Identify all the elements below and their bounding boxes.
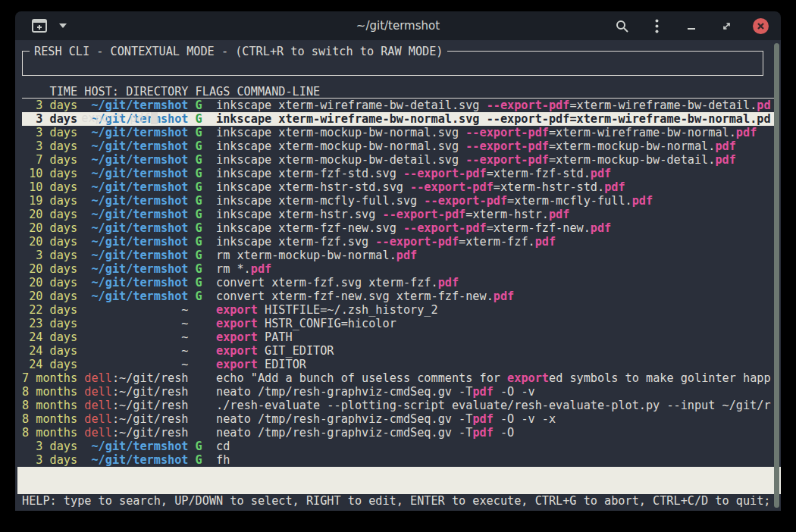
history-row[interactable]: 8 months dell:~/git/resh neato /tmp/resh… [22,412,776,426]
help-bar: HELP: type to search, UP/DOWN to select,… [22,494,780,508]
history-row[interactable]: 20 days ~/git/termshot G inkscape xterm-… [22,221,776,235]
history-row[interactable]: 8 months dell:~/git/resh ./resh-evaluate… [22,399,776,412]
selected-command-detail: 2020-05-07 17:17:28 tower:~/git/termshot… [17,467,781,494]
menu-kebab-icon[interactable] [648,17,665,34]
close-button[interactable] [753,18,769,34]
history-row[interactable]: 7 months dell:~/git/resh echo "Add a bun… [22,371,776,385]
history-row[interactable]: 20 days ~/git/termshot G inkscape xterm-… [22,235,776,249]
screen-background: { "window": { "title": "~/git/termshot" … [0,0,796,532]
history-row[interactable]: 8 months dell:~/git/resh neato /tmp/resh… [22,426,776,440]
history-row[interactable]: 23 days ~ export HSTR_CONFIG=hicolor [22,317,776,330]
minimize-button[interactable] [683,17,700,34]
history-row[interactable]: 20 days ~/git/termshot G convert xterm-f… [22,289,776,303]
history-row[interactable]: 24 days ~ export GIT_EDITOR [22,344,776,358]
new-tab-button[interactable] [32,19,47,33]
restore-button[interactable] [718,17,735,34]
scrollbar[interactable] [773,42,780,509]
text-cursor [151,112,158,124]
history-row[interactable]: 10 days ~/git/termshot G inkscape xterm-… [22,167,776,180]
history-row[interactable]: 22 days ~ export HISTFILE=~/.zsh_history… [22,303,776,317]
history-row[interactable]: 20 days ~/git/termshot G convert xterm-f… [22,276,776,289]
history-row[interactable]: 3 days ~/git/termshot G cd [22,440,776,453]
search-query-input[interactable]: export pdf [81,111,150,125]
search-icon[interactable] [613,17,630,34]
history-row[interactable]: 19 days ~/git/termshot G inkscape xterm-… [22,194,776,208]
scrollbar-thumb[interactable] [774,43,779,508]
new-tab-terminal-icon [32,19,47,33]
search-box-title: RESH CLI - CONTEXTUAL MODE - (CTRL+R to … [30,45,447,58]
chevron-down-icon[interactable] [55,17,71,34]
close-icon [757,22,765,30]
terminal-content: RESH CLI - CONTEXTUAL MODE - (CTRL+R to … [15,40,781,511]
terminal-window: ~/git/termshot [15,11,781,509]
history-row[interactable]: 20 days ~/git/termshot G inkscape xterm-… [22,208,776,221]
history-row[interactable]: 3 days ~/git/termshot G fh [22,453,776,467]
history-row[interactable]: 24 days ~ export EDITOR [22,358,776,371]
history-row[interactable]: 20 days ~/git/termshot G rm *.pdf [22,262,776,276]
history-row[interactable]: 8 months dell:~/git/resh neato /tmp/resh… [22,385,776,399]
history-row[interactable]: 3 days ~/git/termshot G rm xterm-mockup-… [22,249,776,262]
history-row[interactable]: 24 days ~ export PATH [22,330,776,344]
search-box[interactable]: RESH CLI - CONTEXTUAL MODE - (CTRL+R to … [22,51,763,76]
history-row[interactable]: 10 days ~/git/termshot G inkscape xterm-… [22,180,776,194]
titlebar[interactable]: ~/git/termshot [15,11,781,40]
